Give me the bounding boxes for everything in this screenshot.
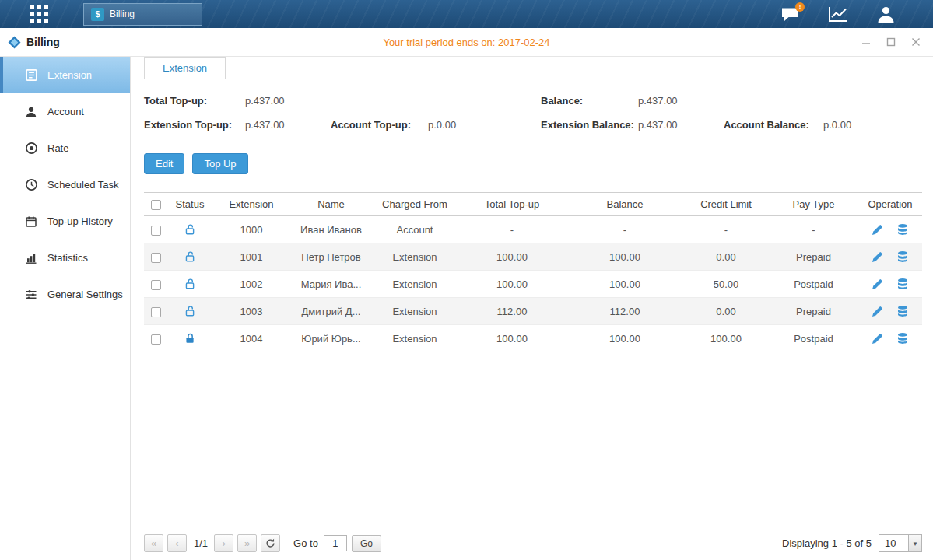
bar-chart-icon <box>24 251 38 265</box>
unlocked-icon[interactable] <box>184 278 196 290</box>
edit-icon[interactable] <box>872 251 883 263</box>
sidebar-item-general-settings[interactable]: General Settings <box>0 276 130 313</box>
cell-balance: 100.00 <box>566 243 683 271</box>
row-checkbox[interactable] <box>151 253 161 263</box>
pagination-bar: « ‹ 1/1 › » Go to Go Displaying 1 - 5 of… <box>131 534 933 560</box>
row-checkbox[interactable] <box>151 307 161 317</box>
sidebar-item-rate[interactable]: Rate <box>0 130 130 166</box>
cell-extension: 1000 <box>212 216 290 243</box>
edit-icon[interactable] <box>872 278 883 290</box>
summary-value: p.437.00 <box>638 113 678 137</box>
topbar-right-icons: ! <box>780 5 896 23</box>
goto-page-input[interactable] <box>324 535 347 551</box>
topbar: $ Billing ! <box>0 0 933 28</box>
tabstrip: Extension <box>131 57 933 79</box>
table-row[interactable]: 1000 Иван Иванов Account - - - - <box>144 216 922 243</box>
table-row[interactable]: 1003 Дмитрий Д... Extension 112.00 112.0… <box>144 298 922 325</box>
last-page-button[interactable]: » <box>237 534 257 552</box>
cell-balance: 112.00 <box>566 298 683 325</box>
edit-icon[interactable] <box>872 333 883 345</box>
content: Extension Account Rate Scheduled Task To… <box>0 57 933 560</box>
column-header-balance: Balance <box>566 193 683 216</box>
notification-badge: ! <box>795 2 805 12</box>
top-up-icon[interactable] <box>896 250 909 263</box>
unlocked-icon[interactable] <box>184 305 196 317</box>
edit-icon[interactable] <box>872 224 883 236</box>
next-page-button[interactable]: › <box>214 534 233 552</box>
sidebar-item-account[interactable]: Account <box>0 93 130 130</box>
sidebar-item-topup-history[interactable]: Top-up History <box>0 203 130 240</box>
sidebar-item-statistics[interactable]: Statistics <box>0 240 130 276</box>
user-icon[interactable] <box>876 5 896 23</box>
notifications-icon[interactable]: ! <box>780 6 800 23</box>
summary-value: p.437.00 <box>638 89 678 113</box>
minimize-icon[interactable] <box>860 36 872 48</box>
prev-page-button[interactable]: ‹ <box>167 534 187 552</box>
summary-value: p.0.00 <box>823 113 851 137</box>
chart-icon[interactable] <box>828 6 848 23</box>
cell-name: Петр Петров <box>290 243 372 271</box>
calendar-icon <box>24 215 38 229</box>
sidebar: Extension Account Rate Scheduled Task To… <box>0 57 131 560</box>
top-up-icon[interactable] <box>896 223 909 236</box>
row-checkbox[interactable] <box>151 334 161 345</box>
summary-label: Extension Balance: <box>541 113 634 137</box>
close-icon[interactable] <box>910 36 922 48</box>
trial-notice: Your trial period ends on: 2017-02-24 <box>0 37 933 48</box>
column-header-extension: Extension <box>212 193 290 216</box>
cell-charged-from: Extension <box>372 325 458 352</box>
cell-total-topup: - <box>458 216 566 243</box>
top-up-icon[interactable] <box>896 305 909 317</box>
cell-charged-from: Extension <box>372 298 458 325</box>
cell-extension: 1004 <box>212 325 290 352</box>
cell-total-topup: 112.00 <box>458 298 566 325</box>
unlocked-icon[interactable] <box>184 250 196 263</box>
page-size-select[interactable]: 10 ▾ <box>879 534 922 552</box>
apps-grid-icon[interactable] <box>30 5 48 23</box>
cell-credit-limit: 50.00 <box>683 271 769 298</box>
summary-value: p.437.00 <box>245 89 285 113</box>
select-all-checkbox[interactable] <box>151 200 161 210</box>
cell-name: Юрий Юрь... <box>290 325 372 352</box>
cell-name: Мария Ива... <box>290 271 372 298</box>
clock-icon <box>24 178 38 192</box>
cell-pay-type: Prepaid <box>769 298 858 325</box>
go-button[interactable]: Go <box>352 535 381 552</box>
page-indicator: 1/1 <box>194 537 208 549</box>
row-checkbox[interactable] <box>151 226 161 236</box>
account-icon <box>24 105 38 119</box>
main-panel: Extension Total Top-up: p.437.00 Balance… <box>131 57 933 560</box>
cell-extension: 1002 <box>212 271 290 298</box>
window-controls <box>860 36 922 48</box>
sidebar-item-extension[interactable]: Extension <box>0 57 130 93</box>
topbar-tab-billing[interactable]: $ Billing <box>83 3 202 26</box>
cell-pay-type: - <box>769 216 858 243</box>
cell-credit-limit: - <box>683 216 769 243</box>
top-up-icon[interactable] <box>896 278 909 290</box>
cell-charged-from: Extension <box>372 271 458 298</box>
refresh-button[interactable] <box>261 534 280 552</box>
locked-icon[interactable] <box>184 332 196 345</box>
unlocked-icon[interactable] <box>184 223 196 236</box>
top-up-button[interactable]: Top Up <box>192 153 247 174</box>
cell-credit-limit: 0.00 <box>683 298 769 325</box>
cell-total-topup: 100.00 <box>458 243 566 271</box>
top-up-icon[interactable] <box>896 332 909 345</box>
cell-extension: 1001 <box>212 243 290 271</box>
table-row[interactable]: 1001 Петр Петров Extension 100.00 100.00… <box>144 243 922 271</box>
edit-icon[interactable] <box>872 306 883 317</box>
extension-table-body: 1000 Иван Иванов Account - - - - <box>144 216 922 352</box>
table-row[interactable]: 1002 Мария Ива... Extension 100.00 100.0… <box>144 271 922 298</box>
maximize-icon[interactable] <box>885 36 897 48</box>
table-row[interactable]: 1004 Юрий Юрь... Extension 100.00 100.00… <box>144 325 922 352</box>
titlebar: Billing Your trial period ends on: 2017-… <box>0 28 933 57</box>
displaying-text: Displaying 1 - 5 of 5 <box>782 537 872 549</box>
first-page-button[interactable]: « <box>144 534 163 552</box>
sidebar-item-scheduled-task[interactable]: Scheduled Task <box>0 166 130 203</box>
edit-button[interactable]: Edit <box>144 153 184 174</box>
cell-extension: 1003 <box>212 298 290 325</box>
dollar-icon: $ <box>91 8 104 21</box>
cell-pay-type: Postpaid <box>769 271 858 298</box>
row-checkbox[interactable] <box>151 280 161 290</box>
tab-extension[interactable]: Extension <box>144 57 226 79</box>
